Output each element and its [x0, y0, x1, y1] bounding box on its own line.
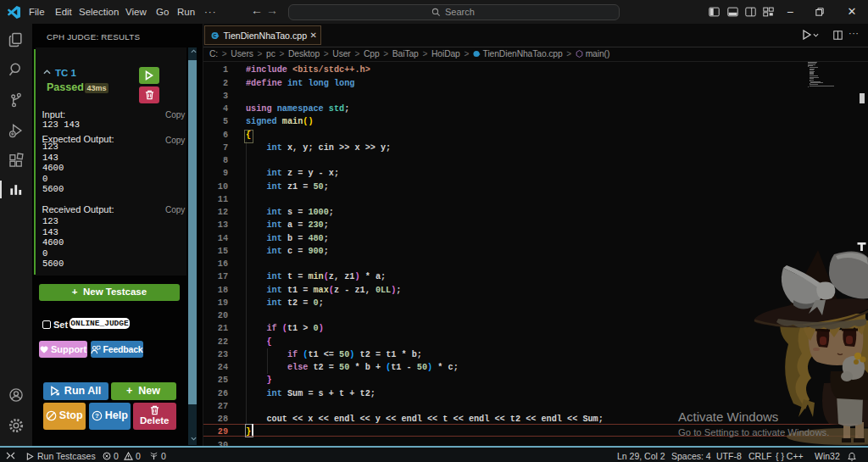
svg-text:?: ? — [95, 412, 99, 420]
svg-text:C: C — [214, 33, 217, 38]
